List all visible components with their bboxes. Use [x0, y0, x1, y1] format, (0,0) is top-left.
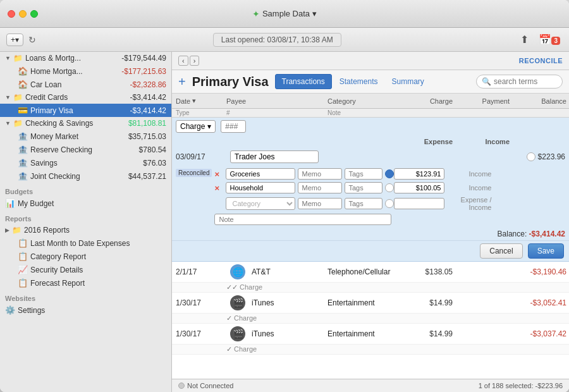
col-charge[interactable]: Charge — [400, 95, 456, 106]
sidebar-group-loans[interactable]: ▼ 📁 Loans & Mortg... -$179,544.49 — [0, 52, 171, 64]
settings-icon: ⚙️ — [5, 305, 15, 315]
col-date[interactable]: Date ▾ — [172, 95, 223, 106]
tx-date: 03/09/17 — [176, 152, 226, 161]
tx-payee-cell: 🎬 iTunes — [223, 294, 324, 312]
reconcile-button[interactable]: RECONCILE — [519, 57, 563, 64]
tab-summary[interactable]: Summary — [385, 74, 430, 89]
cancel-button[interactable]: Cancel — [480, 243, 522, 259]
sidebar-group-credit[interactable]: ▼ 📁 Credit Cards -$3,414.42 — [0, 91, 171, 104]
export-icon[interactable]: ⬆ — [518, 32, 531, 47]
tx-main-row: 03/09/17 $223.96 — [172, 148, 569, 166]
home-icon: 🏠 — [18, 66, 28, 76]
sidebar-item-savings[interactable]: 🏦 Savings $76.03 — [0, 156, 171, 169]
table-row[interactable]: 1/30/17 🎬 iTunes Entertainment $14.99 -$… — [172, 293, 569, 314]
sidebar-item-security-details[interactable]: 📈 Security Details — [0, 263, 171, 276]
checkmark-icon: ✓✓ — [226, 283, 238, 291]
report-icon: 📋 — [18, 252, 28, 261]
sidebar-item-money-market[interactable]: 🏦 Money Market $35,715.03 — [0, 130, 171, 143]
sidebar-group-checking[interactable]: ▼ 📁 Checking & Savings $81,108.81 — [0, 117, 171, 130]
split-tags-input-2[interactable] — [345, 182, 382, 193]
check-number-input[interactable] — [221, 120, 246, 133]
col-category[interactable]: Category — [324, 95, 400, 106]
calendar-icon[interactable]: 📅3 — [536, 32, 563, 47]
tx-date-cell: 1/30/17 — [172, 328, 223, 340]
split-type-2: Income — [447, 184, 491, 192]
account-title-bar: + Primary Visa Transactions Statements S… — [172, 70, 569, 94]
search-box[interactable]: 🔍 — [476, 75, 563, 89]
col-payment[interactable]: Payment — [456, 95, 513, 106]
sidebar-item-joint-checking[interactable]: 🏦 Joint Checking $44,537.21 — [0, 169, 171, 183]
split-circle-btn-3[interactable] — [385, 199, 394, 208]
sidebar-item-car-loan[interactable]: 🏠 Car Loan -$2,328.86 — [0, 78, 171, 91]
sidebar-group-2016-reports[interactable]: ▶ 📁 2016 Reports — [0, 224, 171, 236]
sidebar-item-reserve-checking[interactable]: 🏦 Reserve Checking $780.54 — [0, 143, 171, 156]
checkmark-icon: ✓ — [226, 345, 232, 353]
tx-balance-cell: -$3,052.41 — [513, 297, 569, 309]
tx-subtype-cell: ✓ Charge — [223, 345, 569, 354]
splits-section: Reconciled × Income — [172, 166, 569, 228]
col-balance[interactable]: Balance — [513, 95, 569, 106]
last-opened-label: Last opened: — [221, 35, 265, 44]
split-amount-input-2[interactable] — [394, 182, 444, 193]
split-category-select-3[interactable]: Category — [226, 197, 295, 210]
split-memo-input-1[interactable] — [298, 168, 342, 180]
report-label: Security Details — [30, 266, 83, 274]
table-row[interactable]: 2/1/17 🌐 AT&T Telephone/Cellular $138.05… — [172, 262, 569, 283]
sidebar-item-home-mortgage[interactable]: 🏠 Home Mortga... -$177,215.63 — [0, 64, 171, 78]
split-row-1: × Income — [214, 167, 565, 181]
home-icon: 🏠 — [18, 80, 28, 89]
add-transaction-button[interactable]: + — [178, 75, 186, 88]
report-icon: 📋 — [18, 278, 28, 288]
tx-date-cell: 2/1/17 — [172, 266, 223, 278]
sync-icon[interactable]: ↻ — [28, 35, 36, 45]
col-payee[interactable]: Payee — [223, 95, 324, 106]
sidebar-item-forecast-report[interactable]: 📋 Forecast Report — [0, 276, 171, 290]
charge-dropdown[interactable]: Charge ▾ — [176, 120, 216, 133]
table-row[interactable]: 1/30/17 🎬 iTunes Entertainment $14.99 -$… — [172, 324, 569, 345]
minimize-button[interactable] — [19, 10, 27, 18]
title-chevron-icon[interactable]: ▾ — [312, 9, 317, 18]
search-input[interactable] — [494, 77, 557, 86]
nav-forward-button[interactable]: › — [190, 56, 200, 66]
nav-back-button[interactable]: ‹ — [178, 56, 188, 66]
split-category-input-1[interactable] — [226, 168, 295, 180]
split-amount-input-1[interactable] — [394, 168, 444, 180]
maximize-button[interactable] — [30, 10, 38, 18]
save-button[interactable]: Save — [528, 243, 564, 259]
settings-label: Settings — [18, 306, 45, 315]
close-button[interactable] — [8, 10, 15, 18]
split-remove-icon-1[interactable]: × — [214, 169, 223, 179]
splits-list: × Income × — [214, 167, 565, 226]
split-amount-input-3[interactable] — [394, 198, 444, 209]
sidebar-item-primary-visa[interactable]: 💳 Primary Visa -$3,414.42 — [0, 104, 171, 117]
sidebar-item-category-report[interactable]: 📋 Category Report — [0, 250, 171, 263]
nav-bar: ‹ › RECONCILE — [172, 52, 569, 70]
split-tags-input-3[interactable] — [345, 198, 382, 209]
account-label: Home Mortga... — [30, 67, 83, 76]
charge-row: Charge ▾ — [172, 118, 569, 135]
payee-input[interactable] — [230, 150, 319, 163]
sidebar-item-settings[interactable]: ⚙️ Settings — [0, 303, 171, 317]
group-amount: -$179,544.49 — [121, 54, 166, 63]
tab-transactions[interactable]: Transactions — [275, 74, 332, 89]
sidebar-item-last-month[interactable]: 📋 Last Month to Date Expenses — [0, 236, 171, 250]
reconciled-label: Reconciled — [176, 169, 212, 177]
tab-statements[interactable]: Statements — [333, 74, 384, 89]
note-input[interactable] — [214, 214, 391, 225]
add-button[interactable]: +▾ — [6, 34, 23, 46]
split-memo-input-2[interactable] — [298, 182, 342, 193]
tx-amount: $223.96 — [538, 152, 565, 161]
split-circle-btn-1[interactable] — [385, 169, 394, 178]
split-circle-btn-2[interactable] — [385, 183, 394, 192]
split-category-input-2[interactable] — [226, 182, 295, 193]
circle-btn-main[interactable] — [527, 152, 535, 161]
account-amount: -$177,215.63 — [121, 67, 166, 76]
subcol-type: Type — [172, 109, 223, 117]
split-memo-input-3[interactable] — [298, 198, 342, 209]
split-remove-icon-2[interactable]: × — [214, 183, 223, 193]
sidebar-item-my-budget[interactable]: 📊 My Budget — [0, 197, 171, 210]
tx-subtype-cell: ✓✓ Charge — [223, 283, 569, 292]
split-tags-input-1[interactable] — [345, 168, 382, 180]
tx-payee-cell: 🎬 iTunes — [223, 325, 324, 343]
folder-icon: 📁 — [13, 54, 23, 63]
